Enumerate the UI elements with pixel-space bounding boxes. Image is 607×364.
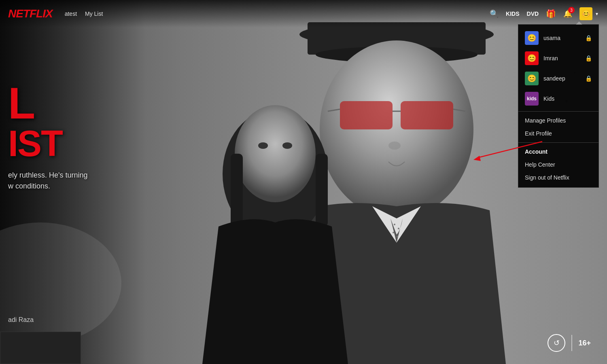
svg-rect-6 xyxy=(401,101,453,129)
profile-item-usama[interactable]: 😊 usama 🔒 xyxy=(518,28,599,48)
hero-content: L IST ely ruthless. He's turning w condi… xyxy=(8,81,88,192)
dropdown-divider-1 xyxy=(518,111,599,112)
netflix-logo: NETFLIX xyxy=(8,7,53,20)
lock-icon-usama: 🔒 xyxy=(585,35,592,41)
svg-point-20 xyxy=(282,142,292,149)
svg-point-13 xyxy=(397,236,398,237)
profile-dropdown: 😊 usama 🔒 😊 Imran 🔒 😊 sandeep 🔒 kids Kid… xyxy=(518,24,599,188)
svg-point-19 xyxy=(258,142,268,149)
dropdown-divider-2 xyxy=(518,142,599,143)
profile-avatar-sandeep: 😊 xyxy=(525,72,539,85)
sign-out-link[interactable]: Sign out of Netflix xyxy=(518,171,599,184)
help-center-link[interactable]: Help Center xyxy=(518,158,599,171)
notifications-icon[interactable]: 🔔 3 xyxy=(563,9,572,18)
notification-badge: 3 xyxy=(568,7,575,13)
show-title: IST xyxy=(8,125,88,162)
svg-point-14 xyxy=(388,142,401,150)
profile-avatar-kids: kids xyxy=(525,92,539,106)
replay-button[interactable]: ↺ xyxy=(548,334,565,352)
nav-link-latest[interactable]: atest xyxy=(65,11,77,17)
svg-point-11 xyxy=(398,228,399,229)
svg-point-16 xyxy=(235,105,316,202)
svg-point-10 xyxy=(394,224,395,225)
profile-name-usama: usama xyxy=(543,35,580,41)
kids-button[interactable]: KIDS xyxy=(506,11,519,17)
creator-label: adi Raza xyxy=(8,316,34,324)
nav-links: atest My List xyxy=(65,11,490,17)
profile-item-imran[interactable]: 😊 Imran 🔒 xyxy=(518,48,599,68)
bottom-thumbnail xyxy=(0,332,81,364)
show-description: ely ruthless. He's turning w conditions. xyxy=(8,170,88,192)
manage-profiles-link[interactable]: Manage Profiles xyxy=(518,114,599,127)
current-profile-avatar[interactable]: 😊 xyxy=(579,7,592,20)
nav-link-mylist[interactable]: My List xyxy=(85,11,103,17)
profile-menu-trigger[interactable]: 😊 ▼ xyxy=(579,7,599,20)
controls-divider xyxy=(571,335,572,351)
exit-profile-link[interactable]: Exit Profile xyxy=(518,127,599,140)
profile-name-imran: Imran xyxy=(543,55,580,61)
lock-icon-sandeep: 🔒 xyxy=(585,75,592,82)
svg-point-12 xyxy=(393,232,394,233)
show-title-prefix: L xyxy=(8,81,88,125)
profile-avatar-usama: 😊 xyxy=(525,31,539,45)
dvd-button[interactable]: DVD xyxy=(527,11,539,17)
bottom-controls: ↺ 16+ xyxy=(548,334,591,352)
gift-icon[interactable]: 🎁 xyxy=(546,9,556,19)
profile-item-sandeep[interactable]: 😊 sandeep 🔒 xyxy=(518,68,599,89)
profile-avatar-imran: 😊 xyxy=(525,51,539,65)
lock-icon-imran: 🔒 xyxy=(585,55,592,61)
search-icon[interactable]: 🔍 xyxy=(490,9,499,18)
svg-rect-5 xyxy=(340,101,393,129)
svg-rect-18 xyxy=(316,154,328,226)
profile-caret-icon[interactable]: ▼ xyxy=(595,12,599,16)
navbar: NETFLIX atest My List 🔍 KIDS DVD 🎁 🔔 3 😊… xyxy=(0,0,607,28)
age-rating-badge: 16+ xyxy=(578,339,591,347)
account-link[interactable]: Account xyxy=(518,145,599,158)
nav-right: 🔍 KIDS DVD 🎁 🔔 3 😊 ▼ xyxy=(490,7,599,20)
profile-name-kids: Kids xyxy=(543,95,592,102)
profile-item-kids[interactable]: kids Kids xyxy=(518,89,599,109)
svg-point-4 xyxy=(320,40,473,218)
profile-name-sandeep: sandeep xyxy=(543,75,580,82)
